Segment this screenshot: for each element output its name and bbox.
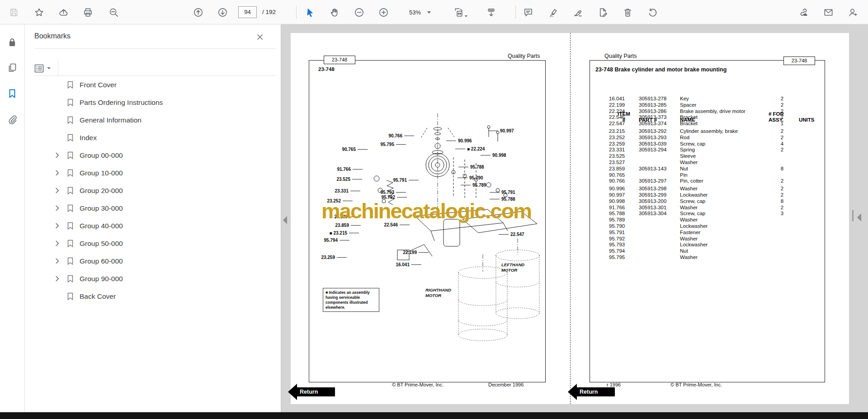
expand-chevron-icon[interactable]	[55, 240, 62, 246]
diagram-part-label: 90.996	[458, 138, 472, 143]
zoom-level-dropdown[interactable]: 53%	[401, 5, 439, 19]
protection-button[interactable]	[5, 34, 20, 50]
bookmark-item[interactable]: Group 50-000	[25, 235, 281, 252]
bookmark-item[interactable]: Group 20-000	[25, 182, 281, 199]
bookmarks-panel-button[interactable]	[5, 86, 20, 101]
share-button[interactable]	[55, 5, 71, 20]
cell-part-name: Brake assembly, drive motor	[680, 108, 769, 115]
collapse-right-arrow-icon[interactable]	[857, 213, 861, 221]
cell-item-number: 22.547	[609, 121, 639, 127]
close-panel-button[interactable]	[254, 31, 266, 43]
attachments-button[interactable]	[5, 112, 20, 127]
cell-part-number: 305913-278	[639, 96, 680, 102]
right-page-copyright: © BT Prime-Mover, Inc.	[670, 382, 722, 387]
table-row: 23.331 305913-294 Spring 2	[590, 147, 825, 153]
cell-part-name: Bracket	[680, 114, 769, 121]
cell-units	[796, 108, 814, 115]
scrollbar-pip[interactable]	[852, 210, 854, 221]
expand-chevron-icon[interactable]	[55, 117, 62, 123]
bookmark-item-label: Group 00-000	[80, 151, 123, 160]
add-person-button[interactable]	[844, 5, 862, 20]
cell-part-number	[639, 230, 680, 236]
cell-part-name: Screw, cap	[680, 141, 769, 147]
expand-chevron-icon[interactable]	[55, 205, 62, 211]
expand-chevron-icon[interactable]	[55, 293, 62, 299]
cell-item-number: 90.997	[609, 192, 639, 198]
cell-part-number: 305913-200	[639, 198, 680, 205]
select-tool-button[interactable]	[302, 5, 318, 20]
bookmark-item[interactable]: Parts Ordering Instructions	[25, 94, 281, 111]
highlight-button[interactable]	[545, 5, 561, 20]
cell-item-number: 22.224	[609, 108, 639, 115]
cell-part-name: Rod	[680, 135, 769, 141]
cell-part-number: 305913-299	[639, 192, 680, 198]
cell-item-number: 95.795	[609, 254, 639, 261]
zoom-in-icon	[378, 7, 389, 18]
return-button[interactable]: Return	[288, 384, 335, 400]
scroll-mode-button[interactable]	[483, 5, 499, 20]
bookmark-item[interactable]: Front Cover	[25, 76, 281, 94]
email-button[interactable]	[820, 5, 836, 20]
next-page-button[interactable]	[214, 5, 231, 20]
signature-button[interactable]	[570, 5, 586, 20]
bookmark-item[interactable]: Back Cover	[25, 287, 281, 305]
document-canvas[interactable]: Quality Parts 23-748 23-748	[281, 24, 868, 412]
zoom-out-button[interactable]	[351, 5, 367, 20]
bookmark-ribbon-icon	[67, 116, 77, 124]
cell-item-number: 95.791	[609, 230, 639, 236]
expand-chevron-icon[interactable]	[55, 170, 62, 176]
bookmark-item[interactable]: General Information	[25, 111, 281, 129]
collapse-panel-arrow-icon[interactable]	[283, 216, 287, 224]
share-link-button[interactable]	[795, 5, 811, 20]
diagram-part-label: 90.997	[500, 128, 514, 133]
bookmark-options-button[interactable]	[34, 62, 55, 75]
cell-part-name: Lockwasher	[680, 192, 769, 198]
cell-qty-for-assy	[769, 248, 796, 254]
bookmark-icon	[7, 88, 18, 99]
page-thumbnails-button[interactable]	[5, 60, 20, 75]
comment-button[interactable]	[520, 5, 536, 20]
cell-item-number: 22.546	[609, 114, 639, 121]
expand-chevron-icon[interactable]	[55, 82, 62, 88]
diagram-part-label: 95.793	[380, 190, 394, 195]
bookmark-item[interactable]: Index	[25, 129, 281, 146]
favorite-button[interactable]	[31, 5, 47, 20]
expand-chevron-icon[interactable]	[55, 188, 62, 193]
cell-item-number: 23.252	[609, 135, 639, 141]
bookmark-item[interactable]: Group 10-000	[25, 164, 281, 182]
edit-page-button[interactable]	[594, 5, 611, 20]
fit-page-button[interactable]	[448, 5, 468, 20]
diagram-part-label: ■ 23.215	[330, 231, 348, 235]
diagram-part-label: 23.525	[336, 177, 350, 182]
signature-icon	[573, 7, 583, 18]
cell-qty-for-assy	[769, 160, 796, 166]
chevron-down-icon	[47, 67, 51, 69]
rotate-button[interactable]	[644, 5, 660, 20]
cell-qty-for-assy: 2	[769, 178, 796, 184]
bookmark-item[interactable]: Group 40-000	[25, 217, 281, 235]
table-row: 95.788 305913-304 Screw, cap 3	[590, 211, 825, 217]
expand-chevron-icon[interactable]	[55, 258, 62, 264]
diagram-part-label: 95.788	[470, 165, 484, 169]
expand-chevron-icon[interactable]	[55, 152, 62, 158]
save-button[interactable]	[5, 5, 22, 20]
bookmark-item[interactable]: Group 60-000	[25, 252, 281, 270]
find-button[interactable]	[105, 5, 122, 20]
expand-chevron-icon[interactable]	[55, 135, 62, 141]
previous-page-button[interactable]	[190, 5, 206, 20]
cell-units	[796, 153, 814, 160]
bookmark-item[interactable]: Group 90-000	[25, 270, 281, 287]
bookmark-item[interactable]: Group 30-000	[25, 199, 281, 217]
expand-chevron-icon[interactable]	[55, 276, 62, 282]
diagram-part-label: 16.041	[396, 262, 410, 267]
zoom-in-button[interactable]	[375, 5, 392, 20]
table-row: 95.789 Washer	[590, 217, 825, 223]
hand-tool-button[interactable]	[326, 5, 342, 20]
page-number-input[interactable]: 94	[238, 6, 257, 18]
return-button[interactable]: Return	[568, 384, 615, 400]
delete-button[interactable]	[619, 5, 636, 20]
print-button[interactable]	[80, 5, 96, 20]
expand-chevron-icon[interactable]	[55, 223, 62, 229]
expand-chevron-icon[interactable]	[55, 99, 62, 105]
bookmark-item[interactable]: Group 00-000	[25, 146, 281, 164]
